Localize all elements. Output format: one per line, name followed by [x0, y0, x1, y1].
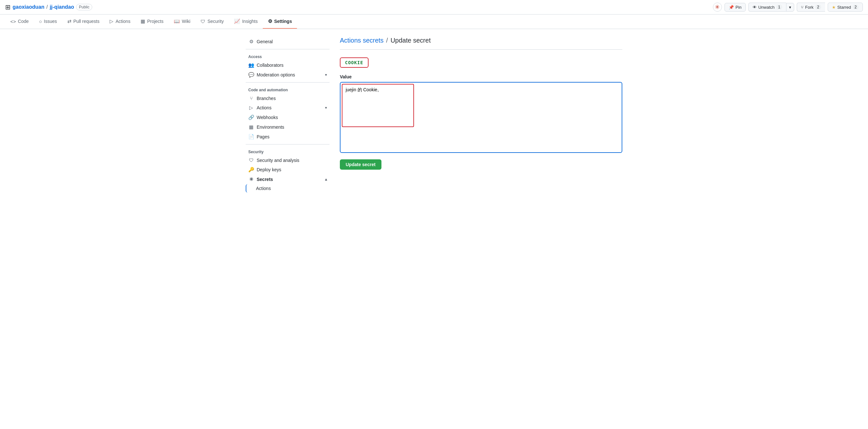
key-icon: 🔑: [248, 167, 254, 173]
sidebar-item-security-analysis[interactable]: 🛡 Security and analysis: [246, 155, 330, 165]
sidebar-sub-actions-label: Actions: [256, 186, 271, 191]
tab-projects-label: Projects: [147, 19, 163, 24]
pin-icon: 📌: [729, 5, 734, 10]
tab-actions-label: Actions: [116, 19, 130, 24]
sidebar-moderation-label: Moderation options: [257, 72, 295, 78]
sidebar-pages-label: Pages: [257, 134, 270, 139]
topbar: ⊞ gaoxiaoduan / jj-qiandao Public ✳ 📌 Pi…: [0, 0, 868, 14]
secret-name-box: COOKIE: [340, 57, 369, 68]
gear-icon: ⚙: [248, 39, 254, 44]
star-icon: ★: [832, 5, 836, 10]
sidebar-divider-3: [246, 144, 330, 145]
sidebar-divider-1: [246, 49, 330, 49]
sidebar-item-actions[interactable]: ▷ Actions ▾: [246, 103, 330, 113]
unwatch-count: 1: [776, 4, 782, 10]
sidebar-general-label: General: [257, 39, 273, 44]
security-icon: 🛡: [200, 19, 206, 24]
repo-name-link[interactable]: jj-qiandao: [50, 4, 74, 10]
sidebar-deploy-keys-label: Deploy keys: [257, 167, 281, 172]
tab-settings-label: Settings: [274, 19, 292, 24]
pin-label: Pin: [736, 5, 742, 10]
tab-insights-label: Insights: [242, 19, 258, 24]
repo-owner-link[interactable]: gaoxiaoduan: [12, 4, 44, 10]
unwatch-dropdown-button[interactable]: ▾: [786, 3, 794, 11]
pin-button[interactable]: 📌 Pin: [724, 3, 746, 11]
sidebar-item-environments[interactable]: ▦ Environments: [246, 122, 330, 132]
sidebar-item-secrets[interactable]: ✳ Secrets ▴: [246, 175, 330, 184]
comment-icon: 💬: [248, 72, 254, 78]
sidebar-item-branches[interactable]: ⑂ Branches: [246, 94, 330, 103]
notifications-button[interactable]: ✳: [713, 3, 722, 11]
nav-tabs: <> Code ○ Issues ⇄ Pull requests ▷ Actio…: [0, 14, 868, 29]
tab-wiki-label: Wiki: [182, 19, 190, 24]
tab-wiki[interactable]: 📖 Wiki: [168, 14, 195, 29]
tab-pull-requests[interactable]: ⇄ Pull requests: [62, 14, 105, 29]
sidebar-sub-item-actions[interactable]: Actions: [246, 184, 330, 192]
branch-icon: ⑂: [248, 95, 254, 101]
star-button[interactable]: ★ Starred 2: [828, 3, 863, 11]
unwatch-group: 👁 Unwatch 1 ▾: [748, 3, 794, 11]
sidebar-item-collaborators[interactable]: 👥 Collaborators: [246, 60, 330, 70]
eye-icon: 👁: [752, 5, 757, 10]
sidebar-item-deploy-keys[interactable]: 🔑 Deploy keys: [246, 165, 330, 175]
tab-projects[interactable]: ▦ Projects: [135, 14, 168, 29]
people-icon: 👥: [248, 62, 254, 68]
wiki-icon: 📖: [174, 19, 180, 24]
sidebar-security-section-label: Security: [246, 147, 330, 155]
sidebar: ⚙ General Access 👥 Collaborators 💬 Moder…: [246, 37, 330, 192]
page-divider: [340, 49, 622, 50]
environments-icon: ▦: [248, 124, 254, 130]
tab-code-label: Code: [18, 19, 29, 24]
tab-security[interactable]: 🛡 Security: [195, 15, 229, 29]
insights-icon: 📈: [234, 19, 240, 24]
sidebar-collaborators-label: Collaborators: [257, 63, 283, 68]
fork-group: ⑂ Fork 2: [797, 3, 825, 11]
value-label: Value: [340, 74, 622, 79]
pages-icon: 📄: [248, 134, 254, 140]
update-secret-button[interactable]: Update secret: [340, 159, 381, 170]
sidebar-branches-label: Branches: [257, 96, 276, 101]
actions-icon: ▷: [110, 19, 114, 24]
moderation-chevron-icon: ▾: [325, 72, 327, 77]
unwatch-button[interactable]: 👁 Unwatch 1: [748, 3, 786, 11]
github-icon: ⊞: [5, 3, 11, 11]
repo-slash: /: [46, 4, 48, 10]
settings-icon: ⚙: [268, 19, 272, 24]
fork-button[interactable]: ⑂ Fork 2: [797, 3, 825, 11]
main-content: Actions secrets / Update secret COOKIE V…: [340, 37, 622, 192]
sidebar-divider-2: [246, 82, 330, 83]
value-textarea[interactable]: juejin 的 Cookie。: [342, 85, 413, 126]
unwatch-label: Unwatch: [758, 5, 775, 10]
webhook-icon: 🔗: [248, 115, 254, 120]
tab-actions[interactable]: ▷ Actions: [104, 14, 135, 29]
sidebar-item-moderation[interactable]: 💬 Moderation options ▾: [246, 70, 330, 80]
tab-issues[interactable]: ○ Issues: [34, 15, 62, 29]
breadcrumb-sep: /: [386, 37, 388, 44]
tab-code[interactable]: <> Code: [5, 15, 34, 29]
tab-pr-label: Pull requests: [73, 19, 100, 24]
pr-icon: ⇄: [67, 19, 71, 24]
secrets-chevron-icon: ▴: [325, 177, 327, 182]
page-header: Actions secrets / Update secret: [340, 37, 622, 44]
page-title: Update secret: [391, 37, 431, 44]
tab-security-label: Security: [207, 19, 224, 24]
sidebar-item-general[interactable]: ⚙ General: [246, 37, 330, 47]
repo-visibility-badge: Public: [76, 4, 93, 10]
tab-settings[interactable]: ⚙ Settings: [263, 14, 297, 29]
fork-count: 2: [815, 4, 821, 10]
sidebar-actions-label: Actions: [257, 105, 272, 110]
sidebar-access-label: Access: [246, 52, 330, 60]
value-textarea-inner-red: juejin 的 Cookie。: [342, 84, 414, 127]
sidebar-item-pages[interactable]: 📄 Pages: [246, 132, 330, 142]
actions-sidebar-icon: ▷: [248, 105, 254, 111]
sidebar-environments-label: Environments: [257, 124, 284, 130]
main-layout: ⚙ General Access 👥 Collaborators 💬 Moder…: [241, 29, 627, 200]
sidebar-item-webhooks[interactable]: 🔗 Webhooks: [246, 113, 330, 122]
topbar-actions: ✳ 📌 Pin 👁 Unwatch 1 ▾ ⑂ Fork 2 ★ Starred…: [713, 3, 863, 11]
sidebar-webhooks-label: Webhooks: [257, 115, 278, 120]
star-label: Starred: [837, 5, 851, 10]
secrets-icon: ✳: [248, 177, 254, 182]
repo-title: ⊞ gaoxiaoduan / jj-qiandao Public: [5, 3, 92, 11]
breadcrumb-link[interactable]: Actions secrets: [340, 37, 384, 44]
tab-insights[interactable]: 📈 Insights: [229, 14, 263, 29]
